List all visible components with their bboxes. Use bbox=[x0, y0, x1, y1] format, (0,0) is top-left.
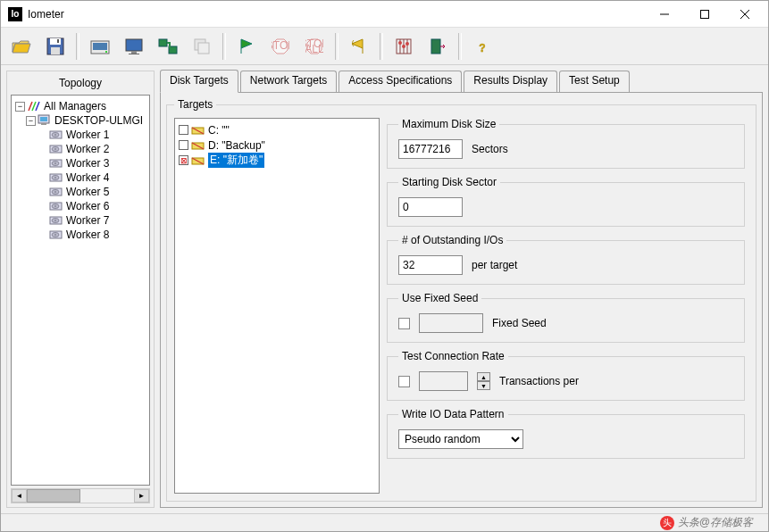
tree-worker[interactable]: Worker 4 bbox=[13, 170, 147, 185]
open-button[interactable] bbox=[6, 31, 37, 62]
stop-button[interactable]: STOP bbox=[265, 31, 296, 62]
svg-text:ALL: ALL bbox=[305, 43, 323, 55]
start-flag-button[interactable] bbox=[231, 31, 262, 62]
tree-worker[interactable]: Worker 2 bbox=[13, 142, 147, 156]
topology-tree[interactable]: − All Managers − DESKTOP-ULMGI Worker 1W… bbox=[11, 95, 150, 486]
maximize-button[interactable] bbox=[684, 2, 724, 27]
tree-worker[interactable]: Worker 6 bbox=[13, 199, 147, 213]
svg-point-40 bbox=[54, 134, 56, 136]
collapse-icon[interactable]: − bbox=[15, 102, 25, 112]
tab-network-targets[interactable]: Network Targets bbox=[240, 71, 337, 92]
svg-rect-14 bbox=[159, 39, 167, 46]
topology-title: Topology bbox=[11, 75, 150, 95]
worker-label: Worker 7 bbox=[66, 214, 109, 227]
svg-point-58 bbox=[54, 220, 56, 221]
targets-legend: Targets bbox=[174, 98, 216, 111]
starting-sector-group: Starting Disk Sector bbox=[387, 176, 745, 227]
drive-icon bbox=[191, 125, 205, 136]
fixed-seed-input bbox=[419, 313, 483, 333]
disk-row[interactable]: ⊠E: "新加卷" bbox=[177, 153, 377, 168]
toolbar-separator bbox=[222, 33, 226, 60]
connection-rate-spinner[interactable]: ▲ ▼ bbox=[477, 372, 490, 390]
svg-point-10 bbox=[105, 51, 107, 53]
toolbar-separator bbox=[380, 33, 383, 60]
svg-point-43 bbox=[54, 148, 56, 150]
tab-test-setup[interactable]: Test Setup bbox=[559, 71, 630, 92]
network-icon-button[interactable] bbox=[153, 31, 183, 62]
worker-label: Worker 8 bbox=[66, 229, 109, 241]
managers-icon bbox=[27, 100, 41, 112]
worker-label: Worker 3 bbox=[66, 157, 109, 170]
svg-point-52 bbox=[54, 191, 56, 193]
max-disk-size-unit: Sectors bbox=[472, 143, 508, 155]
tree-worker[interactable]: Worker 7 bbox=[13, 213, 147, 228]
help-button[interactable]: ? bbox=[467, 31, 497, 62]
tree-worker[interactable]: Worker 3 bbox=[13, 156, 147, 170]
svg-line-32 bbox=[29, 102, 32, 111]
spin-down-button[interactable]: ▼ bbox=[477, 381, 490, 390]
drive-icon bbox=[191, 155, 205, 166]
max-disk-size-group: Maximum Disk Size Sectors bbox=[387, 118, 745, 169]
toolbar: STOP STOPALL ? bbox=[1, 28, 768, 65]
tree-host-label: DESKTOP-ULMGI bbox=[54, 114, 143, 127]
tree-host[interactable]: − DESKTOP-ULMGI bbox=[13, 113, 147, 128]
disk-icon bbox=[49, 143, 63, 155]
h-scrollbar[interactable]: ◄ ► bbox=[11, 488, 150, 503]
exit-door-button[interactable] bbox=[422, 31, 453, 62]
disk-checkbox[interactable]: ⊠ bbox=[179, 155, 188, 165]
write-pattern-legend: Write IO Data Pattern bbox=[398, 408, 508, 420]
svg-point-29 bbox=[405, 42, 409, 46]
tab-content: Targets C: ""D: "Backup"⊠E: "新加卷" Maximu… bbox=[160, 92, 763, 508]
abacus-icon-button[interactable] bbox=[389, 31, 419, 62]
stop-all-button[interactable]: STOPALL bbox=[299, 31, 330, 62]
save-button[interactable] bbox=[40, 31, 71, 62]
monitor-icon-button[interactable] bbox=[119, 31, 149, 62]
svg-rect-6 bbox=[51, 47, 60, 54]
connection-rate-checkbox[interactable] bbox=[398, 376, 410, 387]
starting-sector-input[interactable] bbox=[398, 197, 463, 217]
scroll-left-button[interactable]: ◄ bbox=[12, 489, 27, 503]
tree-worker[interactable]: Worker 8 bbox=[13, 228, 147, 242]
disk-list[interactable]: C: ""D: "Backup"⊠E: "新加卷" bbox=[174, 118, 380, 494]
disk-icon-button[interactable] bbox=[85, 31, 115, 62]
tree-root[interactable]: − All Managers bbox=[13, 99, 147, 113]
content-area: Topology − All Managers − DESKTOP-ULMGI … bbox=[1, 65, 768, 513]
svg-point-46 bbox=[54, 162, 56, 164]
disk-checkbox[interactable] bbox=[179, 125, 188, 135]
disk-row[interactable]: C: "" bbox=[177, 122, 377, 137]
scroll-track[interactable] bbox=[27, 489, 134, 503]
tab-results-display[interactable]: Results Display bbox=[464, 71, 557, 92]
window-title: Iometer bbox=[28, 8, 644, 21]
scroll-thumb[interactable] bbox=[27, 489, 80, 503]
max-disk-size-legend: Maximum Disk Size bbox=[398, 118, 499, 130]
max-disk-size-input[interactable] bbox=[398, 139, 463, 159]
connection-rate-label: Transactions per bbox=[499, 375, 579, 387]
tab-strip: Disk Targets Network Targets Access Spec… bbox=[160, 71, 763, 92]
outstanding-ios-input[interactable] bbox=[398, 255, 463, 275]
fixed-seed-checkbox[interactable] bbox=[398, 318, 410, 329]
svg-point-61 bbox=[54, 234, 56, 236]
disk-label: E: "新加卷" bbox=[208, 153, 264, 168]
disk-checkbox[interactable] bbox=[179, 140, 188, 150]
worker-label: Worker 4 bbox=[66, 171, 109, 184]
svg-line-33 bbox=[32, 102, 36, 111]
spin-up-button[interactable]: ▲ bbox=[477, 372, 490, 381]
tree-worker[interactable]: Worker 1 bbox=[13, 128, 147, 142]
tab-disk-targets[interactable]: Disk Targets bbox=[160, 70, 238, 93]
svg-rect-11 bbox=[126, 39, 142, 51]
tree-worker[interactable]: Worker 5 bbox=[13, 185, 147, 199]
write-pattern-select[interactable]: Pseudo random bbox=[398, 429, 523, 449]
minimize-button[interactable] bbox=[644, 2, 684, 27]
disk-icon bbox=[49, 186, 63, 198]
copy-icon-button[interactable] bbox=[187, 31, 217, 62]
disk-icon bbox=[49, 229, 63, 241]
reset-flag-button[interactable] bbox=[344, 31, 374, 62]
svg-point-28 bbox=[402, 45, 405, 48]
scroll-right-button[interactable]: ► bbox=[134, 489, 149, 503]
main-window: Io Iometer STOP STOPALL ? Topology bbox=[0, 0, 769, 532]
disk-row[interactable]: D: "Backup" bbox=[177, 137, 377, 153]
close-button[interactable] bbox=[724, 2, 765, 27]
tab-access-specs[interactable]: Access Specifications bbox=[339, 71, 462, 92]
collapse-icon[interactable]: − bbox=[26, 116, 36, 126]
worker-label: Worker 1 bbox=[66, 129, 109, 141]
